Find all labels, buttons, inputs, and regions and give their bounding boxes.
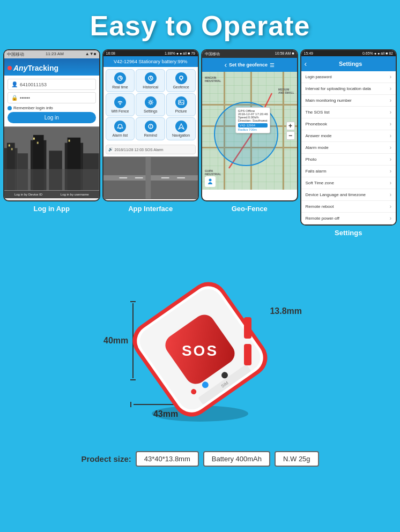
geofence-label: Geofence xyxy=(173,85,189,89)
navigation-grid-item[interactable]: Navigation xyxy=(166,117,196,140)
svg-rect-34 xyxy=(145,157,151,199)
zoom-in-button[interactable]: + xyxy=(286,122,295,130)
realtime-grid-item[interactable]: Real time xyxy=(106,69,135,92)
settings-item-label-password: Login password xyxy=(306,75,332,79)
settings-screen-frame: 15:49 0.65% ● ● all ■ 82 ‹ Settings Logi… xyxy=(300,49,397,226)
settings-label: Settings xyxy=(335,229,362,237)
settings-label-8: Soft Time zone xyxy=(306,181,334,185)
settings-item-9[interactable]: Device Language and timezone › xyxy=(301,189,396,201)
settings-item-1[interactable]: Main monitoring number › xyxy=(301,95,396,107)
settings-grid-label: Settings xyxy=(144,109,157,113)
geo-back-arrow[interactable]: ‹ xyxy=(224,61,227,69)
app-header-bar: V42-12964 Stationary battery:99% xyxy=(103,56,198,67)
svg-rect-14 xyxy=(37,142,39,144)
svg-rect-24 xyxy=(179,100,184,104)
settings-arrow-0: › xyxy=(390,86,391,92)
settings-item-5[interactable]: Alarm mode › xyxy=(301,142,396,154)
realtime-label: Real time xyxy=(112,85,128,89)
username-field[interactable]: 👤 6410011153 xyxy=(8,79,96,90)
login-button[interactable]: Log in xyxy=(8,112,96,123)
geo-screen-frame: 中国移动 10:58 AM ■ ‹ Set the geofence ☰ xyxy=(201,49,298,201)
settings-item-password[interactable]: Login password › xyxy=(301,71,396,83)
svg-rect-10 xyxy=(4,169,99,190)
settings-item-4[interactable]: Answer mode › xyxy=(301,130,396,142)
geo-menu-icon[interactable]: ☰ xyxy=(270,62,275,68)
settings-label-2: The SOS list xyxy=(306,110,330,115)
settings-label-6: Photo xyxy=(306,157,317,162)
settings-item-6[interactable]: Photo › xyxy=(301,154,396,166)
settings-back-arrow[interactable]: ‹ xyxy=(305,59,307,68)
remind-grid-item[interactable]: Remind xyxy=(136,117,165,140)
settings-label-5: Alarm mode xyxy=(306,145,329,150)
settings-item-7[interactable]: Falls alarm › xyxy=(301,166,396,177)
logo-tracking: Tracking xyxy=(27,64,58,72)
settings-label-10: Remote reboot xyxy=(306,204,334,209)
alarm-list-label: Alarm list xyxy=(113,133,128,137)
app-screen-content: 16:08 1.88% ● ● all ■ 79 V42-12964 Stati… xyxy=(103,50,198,200)
geo-fence-label: Geo-Fence xyxy=(232,205,268,213)
settings-arrow-password: › xyxy=(390,74,391,80)
historical-grid-item[interactable]: Historical xyxy=(136,69,165,92)
svg-rect-51 xyxy=(244,317,251,339)
settings-grid-item[interactable]: Settings xyxy=(136,93,165,116)
device-id-login[interactable]: Log in by Device ID xyxy=(14,193,42,196)
svg-rect-38 xyxy=(177,177,185,178)
geofence-grid-item[interactable]: Geofence xyxy=(166,69,196,92)
settings-header-bar: ‹ Settings xyxy=(301,56,396,71)
page-header: Easy to Operate xyxy=(0,0,400,49)
settings-arrow-6: › xyxy=(390,156,391,162)
settings-item-10[interactable]: Remote reboot › xyxy=(301,201,396,213)
password-value: •••••• xyxy=(20,95,30,101)
settings-arrow-8: › xyxy=(390,180,391,186)
settings-item-8[interactable]: Soft Time zone › xyxy=(301,177,396,189)
page-title: Easy to Operate xyxy=(5,10,395,42)
person-location-icon[interactable] xyxy=(205,176,216,187)
svg-rect-52 xyxy=(244,344,251,365)
geo-map: GPS Offline 2016-12-07 17:20:46 Speed:0.… xyxy=(202,72,297,190)
settings-screen-content: 15:49 0.65% ● ● all ■ 82 ‹ Settings Logi… xyxy=(301,50,396,224)
settings-item-3[interactable]: Phonebook › xyxy=(301,118,396,130)
settings-battery: 0.65% ● ● all ■ 82 xyxy=(362,51,393,55)
svg-text:SOS: SOS xyxy=(182,342,218,359)
popup-line4: Direction: Southwest xyxy=(238,119,268,122)
svg-point-22 xyxy=(120,104,121,105)
remember-radio[interactable] xyxy=(8,106,12,110)
login-screen-item: 中国移动 11:23 AM ▲▼■ AnyTracking 👤 64100111… xyxy=(3,49,100,237)
settings-label-0: Interval for uploading location data xyxy=(306,86,371,91)
app-time: 16:08 xyxy=(106,51,116,55)
settings-item-0[interactable]: Interval for uploading location data › xyxy=(301,83,396,95)
carrier-text: 中国移动 xyxy=(7,51,24,57)
password-field[interactable]: 🔒 •••••• xyxy=(8,92,96,103)
svg-rect-35 xyxy=(119,177,127,178)
settings-arrow-9: › xyxy=(390,192,391,198)
alert-row: 🔊 2016/11/28 12:03 SOS Alarm xyxy=(106,145,196,154)
app-logo: AnyTracking xyxy=(4,58,99,76)
app-interface-label: App Interface xyxy=(128,205,173,213)
settings-arrow-11: › xyxy=(390,215,391,221)
settings-label-1: Main monitoring number xyxy=(306,98,352,103)
picture-grid-item[interactable]: Picture xyxy=(166,93,196,116)
geofence-icon xyxy=(175,72,187,84)
wifi-fence-grid-item[interactable]: Wifi Fence xyxy=(106,93,135,116)
username-login[interactable]: Log in by username xyxy=(61,193,89,196)
picture-icon xyxy=(175,96,187,108)
settings-item-2[interactable]: The SOS list › xyxy=(301,107,396,118)
popup-radius: Radius 700m xyxy=(238,128,268,131)
alarm-icon xyxy=(114,121,126,132)
navigation-icon xyxy=(175,121,187,132)
settings-screen-item: 15:49 0.65% ● ● all ■ 82 ‹ Settings Logi… xyxy=(300,49,397,237)
geo-title: Set the geofence xyxy=(229,62,268,68)
svg-point-23 xyxy=(150,101,152,103)
settings-label-11: Remote power-off xyxy=(306,216,339,221)
login-bottom-bar: Log in by Device ID Log in by username xyxy=(4,191,99,198)
alarm-list-grid-item[interactable]: Alarm list xyxy=(106,117,135,140)
svg-rect-36 xyxy=(135,177,143,178)
settings-label-3: Phonebook xyxy=(306,122,327,126)
svg-point-39 xyxy=(209,179,212,182)
settings-label-7: Falls alarm xyxy=(306,169,327,174)
realtime-icon xyxy=(114,72,126,84)
settings-item-11[interactable]: Remote power-off › xyxy=(301,213,396,224)
battery-header: V42-12964 Stationary battery:99% xyxy=(114,59,188,64)
geo-time: 10:58 AM ■ xyxy=(275,51,294,57)
zoom-out-button[interactable]: − xyxy=(286,131,295,140)
